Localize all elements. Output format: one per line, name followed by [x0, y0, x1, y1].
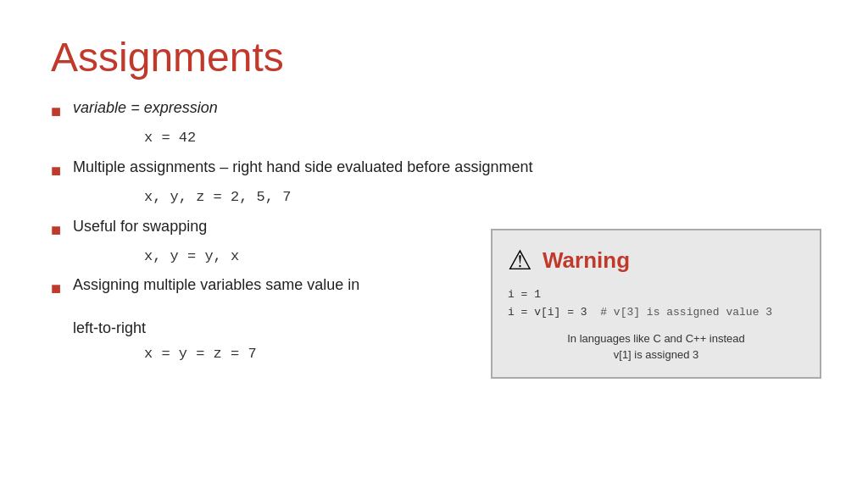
code-line-2: x, y, z = 2, 5, 7 — [144, 187, 817, 208]
bullet3-text: Useful for swapping — [73, 216, 207, 237]
code-block-1: x = 42 — [51, 128, 817, 148]
list-item: ■ Multiple assignments – right hand side… — [51, 157, 817, 182]
warning-note-line1: In languages like C and C++ instead — [567, 332, 745, 345]
code-line-1: x = 42 — [144, 128, 817, 148]
bullet-text-block: variable = expression — [73, 97, 218, 119]
code-block-2: x, y, z = 2, 5, 7 — [51, 187, 817, 208]
warning-note: In languages like C and C++ instead v[1]… — [508, 330, 804, 363]
bullet-marker: ■ — [51, 218, 61, 241]
warning-title: Warning — [542, 247, 630, 274]
warning-note-line2: v[1] is assigned 3 — [614, 348, 698, 361]
warning-code-comment: # v[3] is assigned value 3 — [600, 306, 772, 319]
warning-code-line1: i = 1 — [508, 288, 541, 301]
bullet4-text-block: Assigning multiple variables same value … — [73, 274, 359, 339]
warning-icon: ⚠ — [508, 244, 532, 276]
bullet1-text: variable = expression — [73, 97, 218, 119]
slide: Assignments ■ variable = expression x = … — [0, 0, 868, 488]
bullet-marker: ■ — [51, 276, 61, 300]
bullet4-text-line2: left-to-right — [73, 318, 359, 339]
list-item: ■ variable = expression — [51, 97, 817, 123]
bullet2-text-block: Multiple assignments – right hand side e… — [73, 157, 532, 178]
bullet2-text: Multiple assignments – right hand side e… — [73, 157, 532, 178]
bullet-marker: ■ — [51, 99, 61, 123]
bullet1-italic: variable = expression — [73, 99, 218, 116]
warning-box: ⚠ Warning i = 1 i = v[i] = 3 # v[3] is a… — [491, 229, 821, 379]
bullet4-text-line1: Assigning multiple variables same value … — [73, 274, 359, 296]
warning-code: i = 1 i = v[i] = 3 # v[3] is assigned va… — [508, 286, 804, 322]
warning-header: ⚠ Warning — [508, 244, 804, 276]
bullet-marker: ■ — [51, 158, 61, 182]
page-title: Assignments — [51, 34, 817, 80]
warning-code-line2: i = v[i] = 3 — [508, 306, 587, 319]
bullet3-text-block: Useful for swapping — [73, 216, 207, 237]
